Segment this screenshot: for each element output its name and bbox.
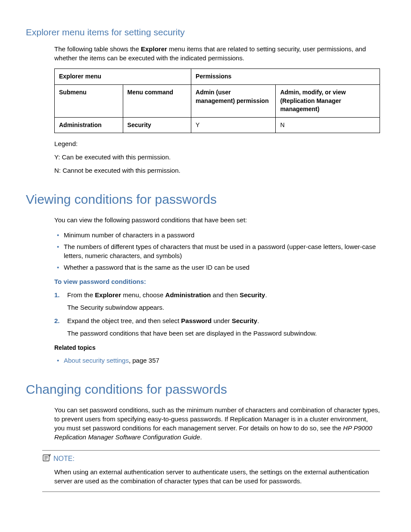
text-bold: Password bbox=[181, 317, 212, 324]
text: , page 357 bbox=[129, 357, 159, 364]
permissions-table: Explorer menu Permissions Submenu Menu c… bbox=[54, 68, 380, 133]
text-bold: Explorer bbox=[141, 45, 167, 53]
cell-menu-command: Security bbox=[123, 117, 191, 133]
procedure-steps: From the Explorer menu, choose Administr… bbox=[54, 290, 380, 338]
note-icon bbox=[42, 454, 51, 464]
th-permissions: Permissions bbox=[191, 69, 380, 85]
th-submenu: Submenu bbox=[55, 84, 123, 117]
text: and then bbox=[211, 291, 240, 299]
text-bold: Explorer bbox=[95, 291, 121, 299]
section3-intro: You can set password conditions, such as… bbox=[54, 405, 380, 442]
section-heading-viewing: Viewing conditions for passwords bbox=[26, 190, 380, 208]
conditions-list: Minimum number of characters in a passwo… bbox=[54, 230, 380, 272]
related-link-about-security[interactable]: About security settings bbox=[64, 357, 129, 364]
cell-modview: N bbox=[276, 117, 380, 133]
table-row: Administration Security Y N bbox=[55, 117, 380, 133]
section-heading-explorer: Explorer menu items for setting security bbox=[26, 26, 380, 38]
th-admin-perm: Admin (user management) permission bbox=[191, 84, 276, 117]
cell-submenu: Administration bbox=[55, 117, 123, 133]
th-modify-view-perm: Admin, modify, or view (Replication Mana… bbox=[276, 84, 380, 117]
step-2: Expand the object tree, and then select … bbox=[54, 316, 380, 338]
text-bold: Administration bbox=[165, 291, 211, 299]
text: . bbox=[200, 433, 202, 441]
related-topics-heading: Related topics bbox=[54, 344, 380, 352]
list-item: Whether a password that is the same as t… bbox=[54, 263, 380, 272]
text: Expand the object tree, and then select bbox=[67, 317, 181, 324]
list-item: The numbers of different types of charac… bbox=[54, 242, 380, 260]
note-label: NOTE: bbox=[53, 454, 75, 464]
legend-label: Legend: bbox=[54, 139, 380, 148]
text: menu, choose bbox=[121, 291, 165, 299]
related-topics-list: About security settings, page 357 bbox=[54, 356, 380, 365]
text: . bbox=[265, 291, 267, 299]
note-block: NOTE: When using an external authenticat… bbox=[42, 450, 380, 492]
text: under bbox=[212, 317, 232, 324]
step-1: From the Explorer menu, choose Administr… bbox=[54, 290, 380, 312]
legend-y: Y: Can be executed with this permission. bbox=[54, 152, 380, 162]
list-item: About security settings, page 357 bbox=[54, 356, 380, 365]
section1-intro: The following table shows the Explorer m… bbox=[54, 44, 380, 62]
cell-admin: Y bbox=[191, 117, 276, 133]
section-heading-changing: Changing conditions for passwords bbox=[26, 380, 380, 398]
note-body: When using an external authentication se… bbox=[54, 467, 380, 485]
step-2-result: The password conditions that have been s… bbox=[67, 329, 380, 338]
th-explorer-menu: Explorer menu bbox=[55, 69, 191, 85]
text-bold: Security bbox=[240, 291, 265, 299]
list-item: Minimum number of characters in a passwo… bbox=[54, 230, 380, 240]
text: From the bbox=[67, 291, 95, 299]
procedure-heading: To view password conditions: bbox=[54, 277, 380, 286]
th-menu-command: Menu command bbox=[123, 84, 191, 117]
text: The following table shows the bbox=[54, 45, 141, 53]
section2-intro: You can view the following password cond… bbox=[54, 215, 380, 224]
step-1-result: The Security subwindow appears. bbox=[67, 303, 380, 312]
legend-n: N: Cannot be executed with this permissi… bbox=[54, 166, 380, 175]
text: . bbox=[257, 317, 259, 324]
text: You can set password conditions, such as… bbox=[54, 406, 380, 432]
text-bold: Security bbox=[232, 317, 257, 324]
